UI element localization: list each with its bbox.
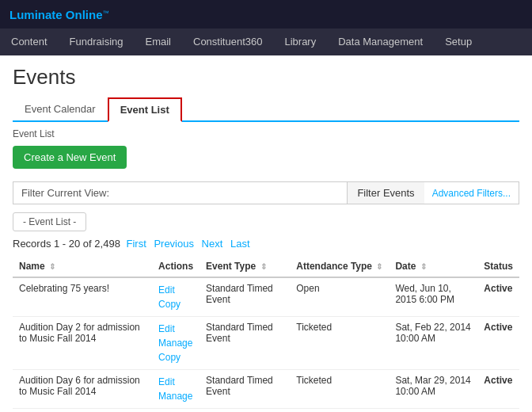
tab-event-calendar[interactable]: Event Calendar — [13, 97, 108, 122]
action-edit[interactable]: Edit — [158, 322, 193, 336]
tab-event-list[interactable]: Event List — [108, 97, 182, 122]
create-event-button[interactable]: Create a New Event — [13, 146, 127, 169]
top-bar: Luminate Online™ — [0, 0, 532, 29]
cell-name: Audition Day 6 for admission to Music Fa… — [13, 370, 152, 409]
nav-data-management[interactable]: Data Management — [327, 29, 434, 55]
pagination-first[interactable]: First — [126, 238, 146, 250]
table-header-row: Name ⇕ Actions Event Type ⇕ Attendance T… — [13, 256, 519, 277]
pagination-previous[interactable]: Previous — [154, 238, 194, 250]
cell-status: Active — [477, 317, 519, 370]
events-table: Name ⇕ Actions Event Type ⇕ Attendance T… — [13, 256, 519, 409]
main-nav: Content Fundraising Email Constituent360… — [0, 29, 532, 55]
page-content: Events Event Calendar Event List Event L… — [0, 55, 532, 412]
action-manage[interactable]: Manage — [158, 336, 193, 350]
col-attendance-type: Attendance Type ⇕ — [290, 256, 389, 277]
table-row: Audition Day 6 for admission to Music Fa… — [13, 370, 519, 409]
cell-attendance-type: Open — [290, 277, 389, 317]
cell-date: Sat, Mar 29, 2014 10:00 AM — [389, 370, 477, 409]
action-copy[interactable]: Copy — [158, 350, 193, 364]
cell-attendance-type: Ticketed — [290, 370, 389, 409]
sort-event-type-icon[interactable]: ⇕ — [260, 262, 267, 271]
breadcrumb: Event List — [13, 128, 519, 139]
col-actions: Actions — [152, 256, 200, 277]
cell-actions: EditCopy — [152, 277, 200, 317]
logo-trademark: ™ — [103, 9, 109, 16]
logo: Luminate Online™ — [0, 3, 119, 26]
sort-name-icon[interactable]: ⇕ — [49, 262, 55, 271]
nav-constituent360[interactable]: Constituent360 — [182, 29, 273, 55]
cell-name: Audition Day 2 for admission to Music Fa… — [13, 317, 152, 370]
filter-events-button[interactable]: Filter Events — [347, 182, 424, 204]
pagination-last[interactable]: Last — [230, 238, 250, 250]
nav-email[interactable]: Email — [134, 29, 182, 55]
cell-actions: EditManageCopy — [152, 317, 200, 370]
logo-text: Luminate Online — [10, 8, 103, 21]
nav-content[interactable]: Content — [0, 29, 59, 55]
nav-library[interactable]: Library — [273, 29, 327, 55]
cell-date: Wed, Jun 10, 2015 6:00 PM — [389, 277, 477, 317]
action-manage[interactable]: Manage — [158, 389, 193, 403]
table-row: Celebrating 75 years!EditCopyStandard Ti… — [13, 277, 519, 317]
nav-fundraising[interactable]: Fundraising — [59, 29, 135, 55]
cell-event-type: Standard Timed Event — [200, 277, 290, 317]
page-title: Events — [13, 65, 519, 90]
col-status: Status — [477, 256, 519, 277]
action-edit[interactable]: Edit — [158, 283, 193, 297]
cell-name: Celebrating 75 years! — [13, 277, 152, 317]
cell-event-type: Standard Timed Event — [200, 370, 290, 409]
table-row: Audition Day 2 for admission to Music Fa… — [13, 317, 519, 370]
nav-setup[interactable]: Setup — [434, 29, 483, 55]
cell-attendance-type: Ticketed — [290, 317, 389, 370]
pagination: Records 1 - 20 of 2,498 First Previous N… — [13, 238, 519, 250]
action-copy[interactable]: Copy — [158, 297, 193, 311]
sort-date-icon[interactable]: ⇕ — [420, 262, 427, 271]
filter-label: Filter Current View: — [13, 182, 117, 204]
advanced-filters-link[interactable]: Advanced Filters... — [424, 183, 519, 204]
pagination-summary: Records 1 - 20 of 2,498 — [13, 238, 120, 250]
filter-bar: Filter Current View: Filter Events Advan… — [13, 181, 519, 204]
col-name: Name ⇕ — [13, 256, 152, 277]
cell-status: Active — [477, 370, 519, 409]
cell-actions: EditManage — [152, 370, 200, 409]
col-event-type: Event Type ⇕ — [200, 256, 290, 277]
cell-event-type: Standard Timed Event — [200, 317, 290, 370]
sort-attendance-icon[interactable]: ⇕ — [376, 262, 382, 271]
filter-input[interactable] — [117, 182, 347, 204]
cell-date: Sat, Feb 22, 2014 10:00 AM — [389, 317, 477, 370]
col-date: Date ⇕ — [389, 256, 477, 277]
tab-bar: Event Calendar Event List — [13, 97, 519, 122]
cell-status: Active — [477, 277, 519, 317]
pagination-next[interactable]: Next — [202, 238, 223, 250]
action-edit[interactable]: Edit — [158, 375, 193, 389]
event-list-label: - Event List - — [13, 212, 86, 231]
